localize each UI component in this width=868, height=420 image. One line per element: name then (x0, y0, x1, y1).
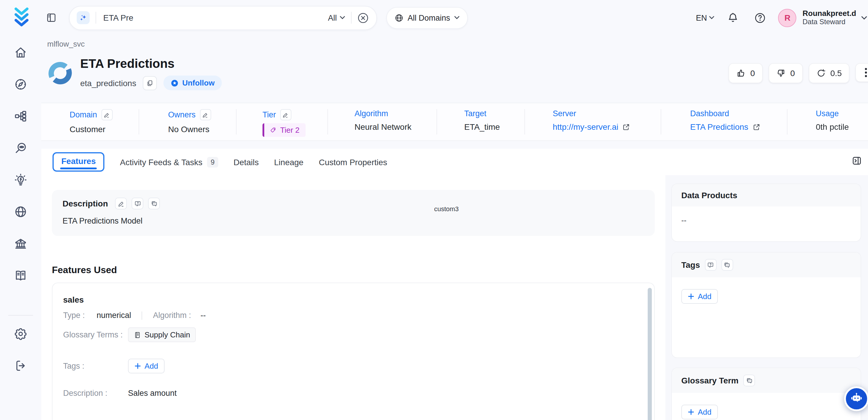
edit-description-button[interactable] (115, 198, 127, 209)
user-info[interactable]: Rounakpreet.d Data Steward (803, 9, 856, 27)
server-link[interactable]: http://my-server.ai (553, 122, 630, 131)
logout-icon[interactable] (14, 359, 27, 372)
tier-label[interactable]: Tier (262, 110, 276, 119)
app-window: All All Domains EN R (0, 0, 868, 420)
search-scope-dropdown[interactable]: All (328, 13, 345, 22)
edit-tier-button[interactable] (280, 109, 291, 120)
glossary-book-icon[interactable] (14, 269, 27, 282)
entity-name: eta_predictions (80, 78, 136, 88)
dashboard-link[interactable]: ETA Predictions (690, 122, 760, 131)
upvote-count: 0 (750, 68, 755, 78)
user-menu-chevron-icon[interactable] (861, 16, 867, 20)
owners-label[interactable]: Owners (168, 110, 195, 119)
govern-bank-icon[interactable] (14, 237, 27, 250)
tab-activity-feeds-label: Activity Feeds & Tasks (120, 157, 203, 167)
feature-description-value: Sales amount (128, 389, 177, 398)
edit-domain-button[interactable] (101, 109, 112, 120)
unfollow-label: Unfollow (182, 79, 215, 87)
user-role: Data Steward (803, 18, 856, 27)
tags-card: Tags Add (671, 252, 861, 358)
domain-value: Customer (70, 124, 112, 134)
more-options-button[interactable] (855, 63, 868, 82)
version-history-icon (816, 68, 826, 78)
left-sidebar (0, 0, 41, 420)
notifications-bell-icon[interactable] (727, 12, 739, 23)
add-glossary-term-button[interactable]: Add (681, 404, 718, 419)
breadcrumb[interactable]: mlflow_svc (47, 39, 85, 49)
thumbs-down-icon (776, 68, 786, 78)
search-input[interactable] (102, 12, 328, 23)
features-bottom-fade (53, 411, 647, 420)
glossary-term-card: Glossary Term Add (671, 367, 861, 420)
glossary-conversations-button[interactable] (743, 374, 755, 386)
pencil-icon (118, 200, 124, 207)
domain-label[interactable]: Domain (70, 110, 97, 119)
downvote-button[interactable]: 0 (769, 63, 803, 83)
sidebar-toggle-icon[interactable] (46, 12, 57, 23)
observability-search-eye-icon[interactable] (14, 142, 27, 154)
feature-name: sales (63, 295, 637, 304)
algorithm-value: Neural Network (354, 122, 411, 131)
tab-features[interactable]: Features (53, 152, 105, 172)
feature-add-tag-label: Add (145, 362, 158, 370)
plus-icon (134, 363, 141, 369)
glossary-term-chip[interactable]: Supply Chain (128, 327, 196, 342)
tag-icon (270, 127, 277, 133)
ai-sparkles-icon[interactable] (77, 11, 90, 24)
entity-header: ETA Predictions eta_predictions Unfollow… (46, 57, 868, 92)
glossary-book-icon (134, 331, 141, 338)
meta-target: Target ETA_time (464, 109, 500, 131)
description-title: Description (63, 199, 108, 208)
user-avatar[interactable]: R (778, 8, 797, 27)
tab-custom-properties[interactable]: Custom Properties (319, 157, 387, 167)
meta-dashboard: Dashboard ETA Predictions (690, 109, 760, 131)
comment-question-icon (134, 200, 141, 207)
description-conversations-button[interactable] (148, 198, 160, 209)
help-icon[interactable] (755, 12, 766, 23)
feature-add-tag-button[interactable]: Add (128, 359, 164, 373)
feature-tags-label: Tags : (63, 362, 128, 370)
unfollow-button[interactable]: Unfollow (163, 76, 222, 90)
avatar-initial: R (784, 13, 790, 22)
collapse-right-panel-button[interactable] (851, 156, 862, 166)
thumbs-up-icon (736, 68, 746, 78)
language-selector[interactable]: EN (696, 13, 715, 22)
tab-details[interactable]: Details (234, 157, 259, 167)
settings-gear-icon[interactable] (14, 327, 27, 340)
domain-filter-dropdown[interactable]: All Domains (386, 7, 468, 29)
globe-icon (395, 13, 403, 22)
search-clear-icon[interactable] (358, 12, 369, 23)
tags-conversations-button[interactable] (721, 259, 733, 271)
copy-name-button[interactable] (143, 76, 157, 90)
entity-tabs: Features Activity Feeds & Tasks 9 Detail… (41, 149, 868, 176)
version-button[interactable]: 0.5 (808, 63, 849, 83)
add-tag-button[interactable]: Add (681, 289, 718, 304)
add-glossary-term-label: Add (698, 408, 711, 417)
entity-meta-strip: Domain Customer Owners No Owners Tier Ti… (41, 102, 868, 141)
explore-compass-icon[interactable] (14, 78, 27, 91)
dashboard-label: Dashboard (690, 109, 729, 118)
copy-icon (146, 79, 153, 86)
data-products-card: Data Products -- (671, 183, 861, 242)
home-icon[interactable] (14, 46, 27, 59)
downvote-count: 0 (790, 68, 795, 78)
add-tag-label: Add (698, 292, 711, 301)
lineage-flow-icon[interactable] (14, 110, 27, 123)
domains-globe-icon[interactable] (14, 205, 27, 218)
upvote-button[interactable]: 0 (728, 63, 763, 83)
app-logo-icon[interactable] (13, 7, 30, 28)
row-divider (142, 311, 143, 320)
data-products-empty-value: -- (681, 216, 686, 225)
kebab-menu-icon (865, 68, 867, 77)
comments-stack-icon (746, 377, 752, 384)
insights-bulb-icon[interactable] (14, 173, 27, 186)
tab-activity-feeds[interactable]: Activity Feeds & Tasks 9 (120, 157, 218, 167)
request-tags-button[interactable] (705, 259, 716, 271)
edit-owners-button[interactable] (200, 109, 211, 120)
tab-lineage[interactable]: Lineage (274, 157, 304, 167)
glossary-term-chip-label: Supply Chain (145, 330, 190, 339)
request-description-button[interactable] (131, 198, 143, 209)
chatbot-button[interactable] (844, 386, 868, 411)
features-scrollbar[interactable] (648, 288, 652, 420)
tier-badge[interactable]: Tier 2 (262, 123, 306, 137)
